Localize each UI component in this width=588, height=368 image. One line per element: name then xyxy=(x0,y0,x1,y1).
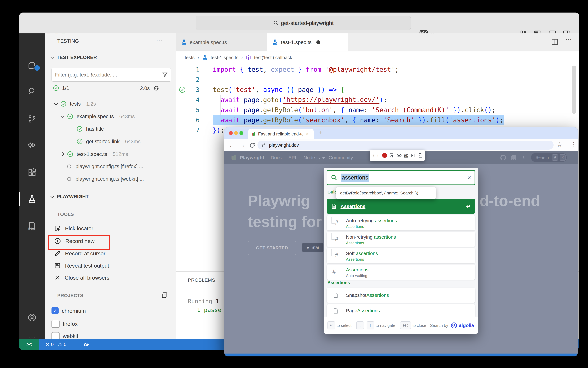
command-center[interactable]: get-started-playwright xyxy=(196,16,411,30)
tree-row-test-1-spec[interactable]: test-1.spec.ts 512ms xyxy=(61,151,128,157)
site-brand[interactable]: Playwright xyxy=(240,155,264,160)
code-line-4[interactable]: await page.goto('https://playwright.dev/… xyxy=(213,95,387,105)
test-explorer-header[interactable]: TEST EXPLORER xyxy=(50,55,97,60)
code-line-6-selected[interactable]: await page.getByRole('searchbox', { name… xyxy=(213,115,504,125)
problems-status[interactable]: ⊗ 0 ⚠ 0 xyxy=(45,339,67,350)
docsearch-searchbox[interactable]: assertions × xyxy=(327,170,475,185)
reload-icon[interactable] xyxy=(249,142,256,149)
breadcrumb[interactable]: tests › test-1.spec.ts › test('test') ca… xyxy=(176,51,579,64)
algolia-wordmark[interactable]: algolia xyxy=(459,323,474,328)
browser-tab[interactable]: Fast and reliable end-to-end × xyxy=(248,129,314,139)
result-non-retrying[interactable]: # Non-retrying assertions Assertions xyxy=(327,232,475,247)
search-sidebar-icon[interactable] xyxy=(19,83,45,100)
tab-close-icon[interactable]: × xyxy=(306,131,309,137)
github-icon[interactable] xyxy=(500,154,507,161)
code-line-1[interactable]: import { test, expect } from '@playwrigh… xyxy=(213,64,399,74)
record-button[interactable] xyxy=(382,153,387,158)
run-debug-icon[interactable] xyxy=(19,136,45,154)
tab-example-spec[interactable]: example.spec.ts xyxy=(176,33,267,51)
browser-close-button[interactable] xyxy=(229,131,233,135)
testing-icon[interactable] xyxy=(19,190,45,208)
nav-link-api[interactable]: API xyxy=(288,155,296,160)
assert-visibility-icon[interactable] xyxy=(396,153,402,158)
tree-row-example-spec[interactable]: example.spec.ts 643ms xyxy=(61,113,135,120)
docsearch-query[interactable]: assertions xyxy=(341,174,369,182)
checkbox-unchecked-icon[interactable] xyxy=(51,320,59,328)
filter-icon[interactable] xyxy=(162,72,168,78)
result-assertions-autowaiting[interactable]: # Assertions Auto-waiting xyxy=(327,265,475,280)
github-star-button[interactable]: ★ Star xyxy=(302,243,323,252)
editor-more-actions-button[interactable]: ··· xyxy=(565,36,572,43)
close-all-browsers-button[interactable]: Close all browsers xyxy=(54,275,109,281)
project-chromium[interactable]: ✓ chromium xyxy=(51,307,86,314)
browser-zoom-button[interactable] xyxy=(240,131,243,135)
code-line-7[interactable]: }); xyxy=(213,125,224,135)
code-line-5[interactable]: await page.getByRole('button', { name: '… xyxy=(213,105,496,115)
code-line-3[interactable]: test('test', async ({ page }) => { xyxy=(213,84,345,95)
reveal-test-output-button[interactable]: Reveal test output xyxy=(54,262,109,269)
test-filter[interactable] xyxy=(51,68,171,82)
tree-row-config-firefox[interactable]: playwright.config.ts [firefox] ... xyxy=(67,163,143,169)
omnibox[interactable]: playwright.dev xyxy=(258,141,554,150)
checkbox-checked-icon[interactable]: ✓ xyxy=(51,307,58,314)
browser-minimize-button[interactable] xyxy=(234,131,238,135)
split-editor-icon[interactable] xyxy=(551,38,559,46)
discord-icon[interactable] xyxy=(511,155,518,161)
new-tab-button[interactable]: + xyxy=(319,129,323,137)
theme-toggle-icon[interactable]: ◐ xyxy=(522,153,526,161)
breadcrumb-folder[interactable]: tests xyxy=(185,55,194,60)
clear-query-icon[interactable]: × xyxy=(467,174,471,181)
nav-link-docs[interactable]: Docs xyxy=(271,155,282,160)
explorer-icon[interactable] xyxy=(19,56,45,74)
browser-menu-icon[interactable]: ⋮ xyxy=(571,141,577,148)
tab-test-1-spec[interactable]: test-1.spec.ts xyxy=(267,33,347,51)
drag-handle-icon[interactable]: ⋮⋮ xyxy=(372,154,380,156)
nav-link-nodejs[interactable]: Node.js xyxy=(303,155,320,160)
result-soft-assertions[interactable]: # Soft assertions Assertions xyxy=(327,248,475,263)
sidebar-more-button[interactable]: ··· xyxy=(156,37,163,44)
result-snapshot-assertions[interactable]: SnapshotAssertions xyxy=(327,288,475,303)
nav-link-community[interactable]: Community xyxy=(328,155,353,160)
breadcrumb-symbol[interactable]: test('test') callback xyxy=(254,55,292,60)
extensions-icon[interactable] xyxy=(19,164,45,181)
site-search-button[interactable]: Search ⌘ K xyxy=(531,153,567,162)
source-control-icon[interactable] xyxy=(19,110,45,128)
url-text[interactable]: playwright.dev xyxy=(269,143,299,148)
editor-scrollbar[interactable] xyxy=(572,65,576,114)
bookmark-star-icon[interactable]: ☆ xyxy=(557,141,562,148)
assert-value-icon[interactable] xyxy=(411,153,416,158)
record-at-cursor-button[interactable]: Record at cursor xyxy=(54,250,106,257)
checkbox-unchecked-icon[interactable] xyxy=(51,332,59,339)
problems-tab[interactable]: PROBLEMS xyxy=(188,277,215,283)
tree-row-has-title[interactable]: has title xyxy=(77,126,104,132)
pick-locator-icon[interactable] xyxy=(389,153,394,158)
assert-snapshot-icon[interactable] xyxy=(418,153,423,158)
project-firefox[interactable]: firefox xyxy=(51,320,78,328)
select-default-profile-icon[interactable] xyxy=(161,292,168,299)
browser-forward-icon[interactable]: → xyxy=(239,142,246,149)
breadcrumb-file[interactable]: test-1.spec.ts xyxy=(211,55,238,60)
playwright-section-header[interactable]: PLAYWRIGHT xyxy=(50,194,89,199)
rerun-icon[interactable] xyxy=(153,85,160,92)
accounts-icon[interactable] xyxy=(19,309,45,326)
browser-back-icon[interactable]: ← xyxy=(229,142,235,149)
pick-locator-button[interactable]: Pick locator xyxy=(54,225,93,232)
dirty-indicator-icon[interactable] xyxy=(316,40,320,44)
project-webkit[interactable]: webkit xyxy=(51,332,78,339)
test-filter-input[interactable] xyxy=(52,72,162,78)
result-page-assertions[interactable]: PageAssertions xyxy=(327,304,475,318)
get-started-button[interactable]: GET STARTED xyxy=(248,241,296,255)
assert-text-icon[interactable]: ab xyxy=(404,153,408,158)
tree-row-tests[interactable]: tests 1.2s xyxy=(54,101,96,107)
result-auto-retrying[interactable]: # Auto-retrying assertions Assertions xyxy=(327,215,475,230)
result-selected-assertions[interactable]: Assertions ↵ xyxy=(327,199,475,214)
site-settings-icon[interactable] xyxy=(261,142,266,148)
output-log-icon[interactable]: LOG xyxy=(19,217,45,234)
tree-row-config-webkit[interactable]: playwright.config.ts [webkit] ... xyxy=(67,176,144,182)
algolia-icon[interactable] xyxy=(451,322,457,329)
chromium-window: Fast and reliable end-to-end × + ← → pla… xyxy=(224,127,578,356)
debug-status-icon[interactable] xyxy=(83,339,90,350)
tree-row-get-started-link[interactable]: get started link 643ms xyxy=(77,138,141,145)
tree-duration: 643ms xyxy=(125,138,141,145)
remote-indicator[interactable]: >< xyxy=(19,339,39,350)
